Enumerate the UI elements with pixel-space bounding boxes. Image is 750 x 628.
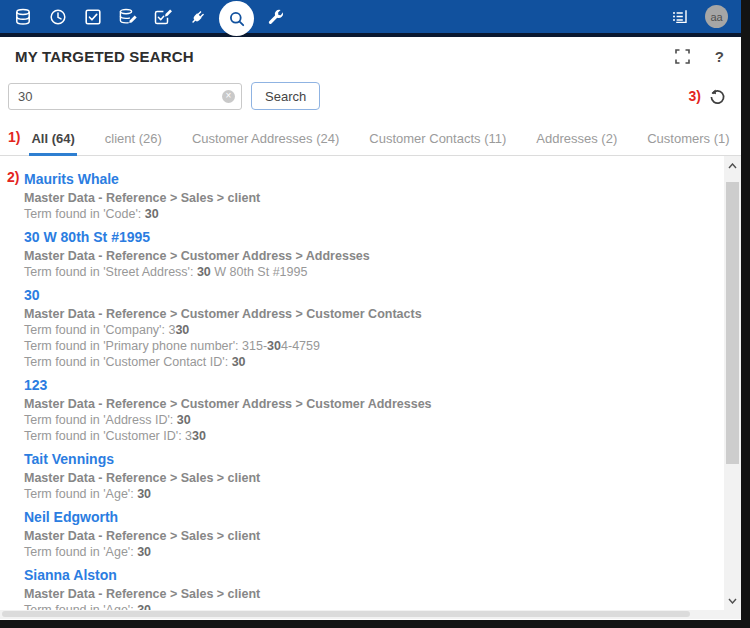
result-breadcrumb: Master Data - Reference > Customer Addre…: [24, 396, 681, 412]
result-breadcrumb: Master Data - Reference > Sales > client: [24, 190, 681, 206]
database-edit-icon: [118, 8, 138, 26]
tab-addresses[interactable]: Addresses (2): [534, 131, 619, 155]
result-terms: Term found in 'Code': 30: [24, 206, 681, 222]
chevron-up-icon: [728, 163, 737, 169]
fullscreen-icon: [675, 49, 690, 64]
search-result-item: Sianna Alston Master Data - Reference > …: [24, 565, 681, 611]
list-icon: [670, 7, 690, 27]
wrench-icon: [267, 8, 285, 26]
search-row-right: 3): [689, 88, 729, 105]
tab-client[interactable]: client (26): [103, 131, 164, 155]
result-title-link[interactable]: Sianna Alston: [24, 565, 117, 586]
term-found-line: Term found in 'Code': 30: [24, 206, 681, 222]
search-button[interactable]: Search: [251, 82, 320, 110]
annotation-1: 1): [8, 129, 20, 155]
result-title-link[interactable]: 123: [24, 375, 47, 396]
tab-label: Customers (1): [647, 131, 729, 146]
term-found-line: Term found in 'Address ID': 30: [24, 412, 681, 428]
toolbar-nav-icons: [12, 0, 286, 34]
scroll-down-button[interactable]: [724, 593, 741, 608]
search-input-wrap: ×: [8, 83, 242, 110]
tab-all[interactable]: All (64): [29, 131, 76, 155]
search-result-item: Neil Edgworth Master Data - Reference > …: [24, 507, 681, 560]
clock-icon: [49, 8, 67, 26]
annotation-2: 2): [7, 169, 19, 185]
history-undo-icon: [709, 88, 726, 105]
result-breadcrumb: Master Data - Reference > Sales > client: [24, 586, 681, 602]
results-list: Maurits Whale Master Data - Reference > …: [24, 169, 681, 611]
expand-button[interactable]: [675, 49, 690, 64]
tab-label: Customer Addresses (24): [192, 131, 339, 146]
tab-customers[interactable]: Customers (1): [645, 131, 731, 155]
perspectives-menu-button[interactable]: [669, 6, 690, 27]
term-found-line: Term found in 'Customer ID': 330: [24, 428, 681, 444]
search-icon: [228, 10, 246, 28]
term-found-line: Term found in 'Street Address': 30 W 80t…: [24, 264, 681, 280]
term-found-line: Term found in 'Age': 30: [24, 544, 681, 560]
checkbox-icon: [84, 8, 102, 26]
nav-history-button[interactable]: [47, 6, 68, 27]
result-title-link[interactable]: Neil Edgworth: [24, 507, 118, 528]
term-found-line: Term found in 'Primary phone number': 31…: [24, 338, 681, 354]
result-title-link[interactable]: 30 W 80th St #1995: [24, 227, 150, 248]
tab-customer[interactable]: Customer Contacts (11): [367, 131, 508, 155]
result-terms: Term found in 'Company': 330Term found i…: [24, 322, 681, 370]
result-terms: Term found in 'Age': 30: [24, 486, 681, 502]
nav-search-button-active[interactable]: [219, 1, 254, 36]
form-edit-icon: [153, 8, 173, 26]
scroll-up-button[interactable]: [724, 158, 741, 173]
term-found-line: Term found in 'Company': 330: [24, 322, 681, 338]
result-terms: Term found in 'Address ID': 30Term found…: [24, 412, 681, 444]
toolbar-right: aa: [669, 5, 728, 28]
page-header: MY TARGETED SEARCH ?: [0, 37, 741, 75]
tab-label: Customer Contacts (11): [369, 131, 506, 146]
results-panel: 2) Maurits Whale Master Data - Reference…: [0, 156, 741, 611]
chevron-down-icon: [728, 598, 737, 604]
scrollbar-thumb[interactable]: [726, 182, 739, 464]
term-found-line: Term found in 'Customer Contact ID': 30: [24, 354, 681, 370]
tabs: 1) All (64)client (26)Customer Addresses…: [0, 121, 741, 156]
tab-customer[interactable]: Customer Addresses (24): [190, 131, 341, 155]
top-toolbar: aa: [0, 0, 741, 33]
result-title-link[interactable]: Tait Vennings: [24, 449, 114, 470]
term-found-line: Term found in 'Age': 30: [24, 486, 681, 502]
header-icons: ?: [675, 48, 724, 65]
app-window: aa MY TARGETED SEARCH ? × Search 3): [0, 0, 741, 620]
horizontal-scrollbar-thumb[interactable]: [2, 611, 690, 617]
page-title: MY TARGETED SEARCH: [15, 48, 194, 65]
nav-data-edit-button[interactable]: [117, 6, 138, 27]
search-result-item: 30 W 80th St #1995 Master Data - Referen…: [24, 227, 681, 280]
annotation-3: 3): [689, 88, 701, 104]
search-row: × Search 3): [0, 75, 741, 121]
nav-connectors-button[interactable]: [187, 6, 208, 27]
result-title-link[interactable]: 30: [24, 285, 40, 306]
help-button[interactable]: ?: [715, 48, 724, 65]
nav-database-button[interactable]: [12, 6, 33, 27]
plug-icon: [189, 8, 207, 26]
result-title-link[interactable]: Maurits Whale: [24, 169, 119, 190]
clear-input-icon[interactable]: ×: [222, 90, 235, 103]
tab-label: Addresses (2): [536, 131, 617, 146]
horizontal-scrollbar[interactable]: [0, 610, 741, 619]
nav-validation-button[interactable]: [82, 6, 103, 27]
search-result-item: Tait Vennings Master Data - Reference > …: [24, 449, 681, 502]
search-input[interactable]: [8, 83, 242, 110]
database-icon: [14, 8, 32, 26]
vertical-scrollbar[interactable]: [724, 156, 741, 610]
search-history-button[interactable]: [709, 88, 726, 105]
result-breadcrumb: Master Data - Reference > Sales > client: [24, 528, 681, 544]
nav-admin-button[interactable]: [265, 6, 286, 27]
user-avatar[interactable]: aa: [705, 5, 728, 28]
result-breadcrumb: Master Data - Reference > Customer Addre…: [24, 248, 681, 264]
result-breadcrumb: Master Data - Reference > Customer Addre…: [24, 306, 681, 322]
result-terms: Term found in 'Age': 30: [24, 544, 681, 560]
result-terms: Term found in 'Street Address': 30 W 80t…: [24, 264, 681, 280]
nav-form-edit-button[interactable]: [152, 6, 173, 27]
tab-label: All (64): [31, 131, 74, 146]
tab-label: client (26): [105, 131, 162, 146]
search-result-item: 30 Master Data - Reference > Customer Ad…: [24, 285, 681, 370]
screenshot-root: aa MY TARGETED SEARCH ? × Search 3): [0, 0, 750, 628]
search-result-item: 123 Master Data - Reference > Customer A…: [24, 375, 681, 444]
search-result-item: Maurits Whale Master Data - Reference > …: [24, 169, 681, 222]
result-breadcrumb: Master Data - Reference > Sales > client: [24, 470, 681, 486]
